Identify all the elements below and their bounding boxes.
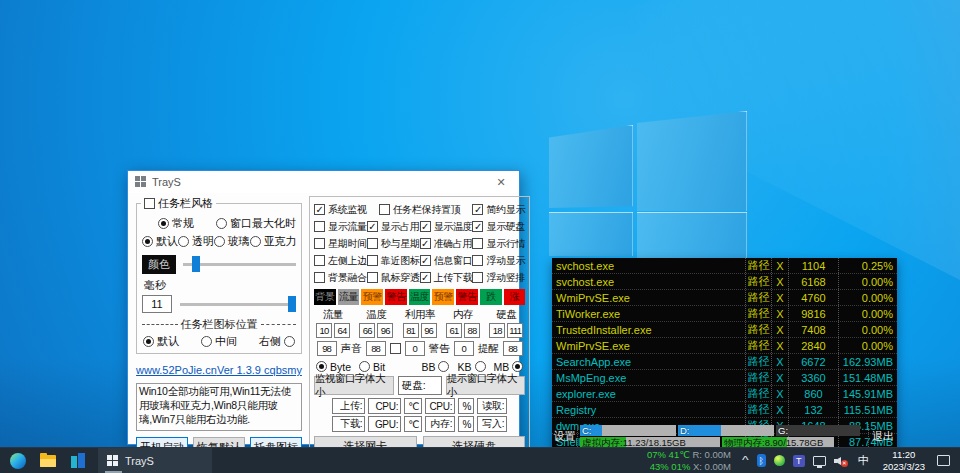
dialog-titlebar[interactable]: TrayS ✕ — [128, 171, 519, 193]
checkbox-option[interactable]: 显示温度 — [420, 220, 473, 234]
monitor-font-size-button[interactable]: 监视窗口字体大小 — [314, 376, 394, 395]
version-link[interactable]: Ver 1.3.9 cqbsmy — [217, 364, 302, 376]
website-link[interactable]: www.52PoJie.cn — [136, 364, 217, 376]
file-explorer-icon[interactable] — [36, 449, 60, 473]
checkbox-taskbar-style[interactable]: 任务栏风格 — [144, 196, 213, 211]
disk-field[interactable]: 硬盘: — [398, 376, 442, 395]
color-button[interactable]: 涨 — [504, 289, 526, 305]
threshold-input[interactable]: 88 — [464, 323, 480, 338]
ime-indicator[interactable]: 中 — [858, 453, 869, 468]
checkbox-option[interactable]: 左侧上边 — [314, 254, 367, 268]
radio-option[interactable]: 右侧 — [259, 334, 295, 349]
radio-option[interactable]: 玻璃 — [214, 234, 249, 249]
checkbox-option[interactable]: 背景融合 — [314, 271, 367, 285]
threshold-input[interactable]: 10 — [316, 323, 332, 338]
checkbox-option[interactable]: 显示行情 — [472, 237, 525, 251]
stat-box[interactable]: ℃ — [404, 416, 422, 432]
stat-box[interactable]: 读取: — [477, 398, 507, 414]
chevron-up-icon[interactable]: ^ — [742, 455, 749, 466]
volume-muted-icon[interactable]: ✕ — [834, 455, 848, 467]
threshold-input[interactable]: 64 — [334, 323, 350, 338]
green-ball-icon[interactable] — [774, 455, 785, 466]
open-path-button[interactable]: 路径 — [745, 354, 771, 369]
open-path-button[interactable]: 路径 — [745, 274, 771, 289]
radio-option[interactable]: BB — [421, 361, 449, 373]
remind-input[interactable]: 88 — [503, 341, 523, 356]
kill-process-button[interactable]: X — [771, 386, 788, 401]
stat-box[interactable]: 内存: — [425, 416, 455, 432]
warn-high-input[interactable]: 0 — [454, 341, 474, 356]
stat-box[interactable]: CPU: — [425, 398, 455, 414]
close-icon[interactable]: ✕ — [487, 172, 515, 192]
kill-process-button[interactable]: X — [771, 258, 788, 273]
checkbox-option[interactable]: 浮动竖排 — [472, 271, 525, 285]
threshold-input[interactable]: 111 — [507, 323, 523, 338]
milliseconds-input[interactable]: 11 — [142, 295, 172, 313]
checkbox-option[interactable]: 星期时间 — [314, 237, 367, 251]
color-button[interactable]: 背景 — [314, 289, 336, 305]
color-button[interactable]: 预警 — [432, 289, 454, 305]
threshold-input[interactable]: 18 — [489, 323, 505, 338]
kill-process-button[interactable]: X — [771, 290, 788, 305]
open-path-button[interactable]: 路径 — [745, 386, 771, 401]
stat-box[interactable]: 下载: — [332, 416, 365, 432]
open-path-button[interactable]: 路径 — [745, 322, 771, 337]
kill-process-button[interactable]: X — [771, 402, 788, 417]
tip-font-size-button[interactable]: 提示窗口字体大小 — [446, 376, 526, 395]
color-button[interactable]: 流量 — [338, 289, 360, 305]
kill-process-button[interactable]: X — [771, 274, 788, 289]
radio-option[interactable]: 常规 — [158, 216, 194, 231]
stat-box[interactable]: % — [458, 416, 474, 432]
radio-option[interactable]: 亚克力 — [250, 234, 296, 249]
color-picker-button[interactable]: 颜色 — [142, 255, 176, 274]
checkbox-option[interactable]: 信息窗口 — [420, 254, 473, 268]
kill-process-button[interactable]: X — [771, 322, 788, 337]
threshold-input[interactable]: 61 — [446, 323, 462, 338]
checkbox-option[interactable]: 准确占用 — [420, 237, 473, 251]
radio-option[interactable]: 中间 — [201, 334, 237, 349]
sound-value-input[interactable]: 88 — [366, 341, 386, 356]
warn-low-input[interactable]: 0 — [405, 341, 425, 356]
sound-threshold-input[interactable]: 98 — [317, 341, 337, 356]
open-path-button[interactable]: 路径 — [745, 258, 771, 273]
taskbar-clock[interactable]: 11:20 2023/3/23 — [883, 449, 925, 472]
checkbox-option[interactable]: 显示硬盘 — [472, 220, 525, 234]
radio-option[interactable]: 窗口最大化时 — [216, 216, 296, 231]
kill-process-button[interactable]: X — [771, 370, 788, 385]
monitor-exit-button[interactable]: 退出 — [868, 424, 897, 449]
building-app-icon[interactable] — [66, 449, 90, 473]
sound-checkbox[interactable] — [390, 343, 401, 354]
radio-option[interactable]: 默认 — [143, 334, 179, 349]
color-slider[interactable] — [183, 256, 296, 272]
radio-option[interactable]: 默认 — [142, 234, 177, 249]
color-button[interactable]: 警告 — [456, 289, 478, 305]
edge-icon[interactable] — [6, 449, 30, 473]
bluetooth-icon[interactable]: ᛒ — [757, 454, 766, 467]
open-path-button[interactable]: 路径 — [745, 370, 771, 385]
threshold-input[interactable]: 66 — [359, 323, 375, 338]
teams-icon[interactable]: T — [793, 455, 805, 467]
checkbox-option[interactable]: 显示流量 — [314, 220, 367, 234]
checkbox-option[interactable]: 显示占用 — [367, 220, 420, 234]
color-button[interactable]: 预警 — [361, 289, 383, 305]
checkbox-option[interactable]: 鼠标穿透 — [367, 271, 420, 285]
checkbox-option[interactable]: 系统监视 — [314, 203, 367, 217]
open-path-button[interactable]: 路径 — [745, 306, 771, 321]
checkbox-option[interactable]: 秒与星期 — [367, 237, 420, 251]
threshold-input[interactable]: 96 — [421, 323, 437, 338]
radio-option[interactable]: 透明 — [178, 234, 213, 249]
color-button[interactable]: 跌 — [480, 289, 502, 305]
monitor-settings-button[interactable]: 设置 — [552, 424, 578, 449]
kill-process-button[interactable]: X — [771, 338, 788, 353]
stat-box[interactable]: 上传: — [332, 398, 365, 414]
checkbox-option[interactable]: 靠近图标 — [367, 254, 420, 268]
open-path-button[interactable]: 路径 — [745, 402, 771, 417]
open-path-button[interactable]: 路径 — [745, 338, 771, 353]
threshold-input[interactable]: 96 — [377, 323, 393, 338]
display-network-icon[interactable] — [813, 456, 826, 466]
threshold-input[interactable]: 81 — [403, 323, 419, 338]
taskbar-button-trays[interactable]: TrayS — [98, 448, 212, 473]
stat-box[interactable]: 写入: — [477, 416, 507, 432]
stat-box[interactable]: ℃ — [404, 398, 422, 414]
checkbox-option[interactable]: 浮动显示 — [472, 254, 525, 268]
